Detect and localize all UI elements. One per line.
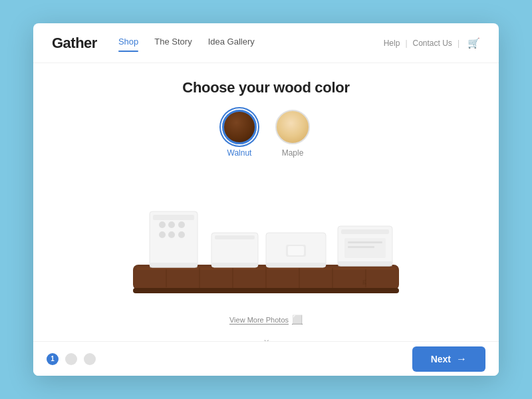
svg-point-13 — [168, 221, 175, 228]
view-more-label: View More Photos — [229, 316, 289, 324]
svg-rect-25 — [266, 263, 326, 267]
svg-rect-27 — [341, 229, 389, 234]
scroll-chevron[interactable]: ⌄ — [262, 332, 271, 341]
walnut-label: Walnut — [227, 148, 252, 158]
header-right: Help | Contact Us | 🛒 — [384, 37, 480, 49]
svg-rect-20 — [215, 235, 255, 239]
nav-gallery[interactable]: Idea Gallery — [208, 37, 255, 49]
nav-shop[interactable]: Shop — [118, 37, 138, 49]
help-link[interactable]: Help — [384, 39, 400, 48]
svg-rect-24 — [288, 246, 304, 255]
step-dots: 1 — [47, 353, 96, 365]
nav: Shop The Story Idea Gallery — [118, 37, 384, 49]
view-more-photos[interactable]: View More Photos ⬜ — [229, 315, 303, 325]
step-dot-3[interactable] — [84, 353, 96, 365]
maple-label: Maple — [282, 148, 304, 158]
svg-point-14 — [178, 221, 185, 228]
photos-icon: ⬜ — [292, 315, 303, 325]
maple-swatch[interactable] — [275, 110, 310, 144]
next-label: Next — [431, 354, 451, 364]
divider: | — [405, 39, 407, 48]
logo: Gather — [52, 35, 97, 52]
svg-point-15 — [159, 231, 166, 238]
walnut-option[interactable]: Walnut — [222, 110, 257, 158]
svg-point-12 — [159, 221, 166, 228]
svg-rect-18 — [150, 263, 198, 268]
product-svg: g — [113, 166, 419, 306]
section-title: Choose your wood color — [182, 79, 349, 96]
nav-story[interactable]: The Story — [154, 37, 192, 49]
main-content: Choose your wood color Walnut Maple — [33, 63, 499, 341]
walnut-swatch[interactable] — [222, 110, 257, 144]
header: Gather Shop The Story Idea Gallery Help … — [33, 23, 499, 63]
cart-icon[interactable]: 🛒 — [467, 37, 480, 49]
svg-rect-11 — [153, 215, 194, 220]
svg-rect-31 — [338, 261, 392, 267]
maple-option[interactable]: Maple — [275, 110, 310, 158]
footer: 1 Next → — [33, 341, 499, 376]
color-options: Walnut Maple — [222, 110, 310, 158]
svg-rect-21 — [211, 263, 258, 267]
svg-rect-9 — [133, 288, 399, 293]
svg-point-16 — [168, 231, 175, 238]
product-image: g — [113, 163, 419, 309]
svg-point-17 — [178, 231, 185, 238]
app-window: Gather Shop The Story Idea Gallery Help … — [33, 23, 499, 376]
step-dot-2[interactable] — [65, 353, 77, 365]
svg-rect-30 — [348, 246, 374, 248]
product-area: g View More Photos ⬜ ⌄ — [33, 163, 499, 341]
next-arrow-icon: → — [456, 353, 467, 365]
svg-text:g: g — [362, 277, 366, 285]
step-dot-1[interactable]: 1 — [47, 353, 59, 365]
contact-link[interactable]: Contact Us — [413, 39, 452, 48]
divider2: | — [458, 39, 460, 48]
next-button[interactable]: Next → — [412, 346, 485, 372]
svg-rect-29 — [348, 241, 382, 243]
